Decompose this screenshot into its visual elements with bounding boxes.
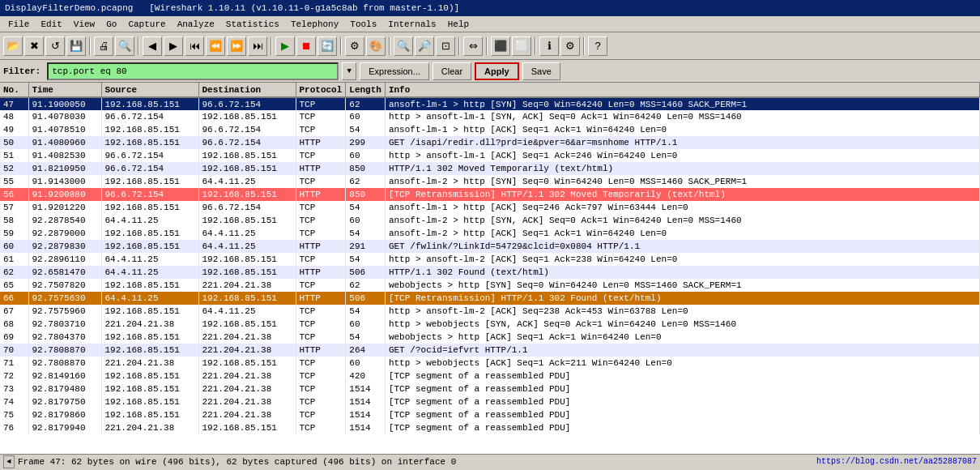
packet-no: 50	[0, 136, 28, 149]
toolbar-open-btn[interactable]: 📂	[3, 36, 23, 56]
table-row[interactable]: 6192.289611064.4.11.25192.168.85.151TCP5…	[0, 253, 980, 266]
packet-no: 73	[0, 382, 28, 395]
status-link[interactable]: https://blog.csdn.net/aa252887087	[816, 457, 977, 466]
toolbar-find-btn[interactable]: 🔍	[115, 36, 134, 56]
packet-len: 850	[346, 162, 386, 175]
title-text: DisplayFilterDemo.pcapng [Wireshark 1.10…	[5, 3, 459, 13]
packet-proto: TCP	[296, 395, 346, 408]
toolbar-save-btn[interactable]: 💾	[66, 36, 86, 56]
packet-info: [TCP Retransmission] HTTP/1.1 302 Moved …	[385, 188, 979, 201]
table-row[interactable]: 6692.757563064.4.11.25192.168.85.151HTTP…	[0, 292, 980, 305]
clear-button[interactable]: Clear	[432, 62, 471, 80]
packet-len: 299	[346, 136, 386, 149]
toolbar-zoom-in-btn[interactable]: 🔍	[394, 36, 413, 56]
menu-go[interactable]: Go	[101, 19, 121, 30]
packet-info: [TCP segment of a reassembled PDU]	[385, 370, 979, 382]
table-row[interactable]: 6592.7507820192.168.85.151221.204.21.38T…	[0, 279, 980, 292]
toolbar-help2-btn[interactable]: ?	[588, 36, 607, 56]
packet-src: 64.4.11.25	[101, 292, 198, 305]
toolbar-colorize-btn[interactable]: 🎨	[366, 36, 386, 56]
expression-button[interactable]: Expression...	[360, 62, 429, 80]
toolbar-reload-btn[interactable]: ↺	[45, 36, 65, 56]
table-row[interactable]: 4791.1900050192.168.85.15196.6.72.154TCP…	[0, 97, 980, 110]
packet-no: 68	[0, 318, 28, 331]
packet-info: HTTP/1.1 302 Moved Temporarily (text/htm…	[385, 162, 979, 175]
toolbar-close-btn[interactable]: ✖	[24, 36, 44, 56]
packet-time: 92.7808870	[28, 357, 101, 370]
toolbar-back-btn[interactable]: ◀	[143, 36, 162, 56]
toolbar-prev-btn[interactable]: ⏪	[206, 36, 225, 56]
toolbar-fwd-btn[interactable]: ▶	[164, 36, 183, 56]
packet-info: webobjects > http [ACK] Seq=1 Ack=1 Win=…	[385, 331, 979, 344]
table-row[interactable]: 6092.2879830192.168.85.15164.4.11.25HTTP…	[0, 240, 980, 253]
save-button[interactable]: Save	[522, 62, 560, 80]
toolbar-sep3	[271, 37, 272, 55]
menu-statistics[interactable]: Statistics	[221, 19, 284, 30]
table-row[interactable]: 7492.8179750192.168.85.151221.204.21.38T…	[0, 395, 980, 408]
table-row[interactable]: 5591.9143000192.168.85.15164.4.11.25TCP6…	[0, 175, 980, 188]
packet-len: 1514	[346, 395, 386, 408]
table-row[interactable]: 6792.7575960192.168.85.15164.4.11.25TCP5…	[0, 305, 980, 318]
toolbar-zoom-normal-btn[interactable]: ⊡	[436, 36, 455, 56]
packet-dst: 221.204.21.38	[198, 331, 296, 344]
toolbar-zoom-out-btn[interactable]: 🔎	[415, 36, 434, 56]
menu-analyze[interactable]: Analyze	[173, 19, 219, 30]
toolbar-filter-btn[interactable]: ⚙	[345, 36, 364, 56]
menu-tools[interactable]: Tools	[345, 19, 381, 30]
table-row[interactable]: 5892.287854064.4.11.25192.168.85.151TCP6…	[0, 214, 980, 227]
packet-time: 92.7808870	[28, 344, 101, 357]
toolbar-next-btn[interactable]: ⏩	[227, 36, 246, 56]
packet-len: 264	[346, 344, 386, 357]
table-row[interactable]: 4891.407803096.6.72.154192.168.85.151TCP…	[0, 110, 980, 123]
table-row[interactable]: 4991.4078510192.168.85.15196.6.72.154TCP…	[0, 123, 980, 136]
col-header-destination: Destination	[198, 83, 296, 97]
toolbar-last-btn[interactable]: ⏭	[248, 36, 267, 56]
toolbar-print-btn[interactable]: 🖨	[94, 36, 113, 56]
toolbar-first-btn[interactable]: ⏮	[185, 36, 204, 56]
menu-internals[interactable]: Internals	[383, 19, 441, 30]
table-row[interactable]: 5191.408253096.6.72.154192.168.85.151TCP…	[0, 149, 980, 162]
toolbar-capture-start-btn[interactable]: ▶	[275, 36, 295, 56]
toolbar-no-color-btn[interactable]: ⬜	[512, 36, 531, 56]
table-row[interactable]: 6292.658147064.4.11.25192.168.85.151HTTP…	[0, 266, 980, 279]
packet-time: 92.2879000	[28, 227, 101, 240]
filter-input[interactable]	[47, 62, 339, 80]
toolbar-info-btn[interactable]: ℹ	[539, 36, 559, 56]
table-row[interactable]: 5091.4080960192.168.85.15196.6.72.154HTT…	[0, 136, 980, 149]
packet-proto: TCP	[296, 253, 346, 266]
filter-dropdown-btn[interactable]: ▼	[342, 62, 356, 80]
apply-button[interactable]: Apply	[475, 62, 519, 80]
menu-telephony[interactable]: Telephony	[286, 19, 343, 30]
packet-no: 70	[0, 344, 28, 357]
menu-view[interactable]: View	[69, 19, 100, 30]
toolbar-resize-cols-btn[interactable]: ⇔	[463, 36, 483, 56]
scroll-indicator[interactable]: ◄	[3, 455, 15, 468]
table-row[interactable]: 5791.9201220192.168.85.15196.6.72.154TCP…	[0, 201, 980, 214]
menu-capture[interactable]: Capture	[123, 19, 170, 30]
table-row[interactable]: 5291.821095096.6.72.154192.168.85.151HTT…	[0, 162, 980, 175]
table-row[interactable]: 7392.8179480192.168.85.151221.204.21.38T…	[0, 382, 980, 395]
toolbar-capture-stop-btn[interactable]: ⏹	[296, 36, 316, 56]
toolbar-prefs-btn[interactable]: ⚙	[560, 36, 580, 56]
packet-info: webobjects > http [SYN] Seq=0 Win=64240 …	[385, 279, 979, 292]
menu-file[interactable]: File	[3, 19, 34, 30]
table-row[interactable]: 5992.2879000192.168.85.15164.4.11.25TCP5…	[0, 227, 980, 240]
table-row[interactable]: 7592.8179860192.168.85.151221.204.21.38T…	[0, 408, 980, 421]
packet-time: 92.7575630	[28, 292, 101, 305]
packet-time: 91.9201220	[28, 201, 101, 214]
table-row[interactable]: 7092.7808870192.168.85.151221.204.21.38H…	[0, 344, 980, 357]
packet-dst: 192.168.85.151	[198, 188, 296, 201]
packet-src: 96.6.72.154	[101, 149, 198, 162]
table-row[interactable]: 6892.7803710221.204.21.38192.168.85.151T…	[0, 318, 980, 331]
packet-src: 192.168.85.151	[101, 279, 198, 292]
table-row[interactable]: 7192.7808870221.204.21.38192.168.85.151T…	[0, 357, 980, 370]
table-row[interactable]: 5691.920088096.6.72.154192.168.85.151HTT…	[0, 188, 980, 201]
table-row[interactable]: 7692.8179940221.204.21.38192.168.85.151T…	[0, 421, 980, 434]
table-row[interactable]: 6992.7804370192.168.85.151221.204.21.38T…	[0, 331, 980, 344]
menu-help[interactable]: Help	[443, 19, 474, 30]
toolbar-capture-restart-btn[interactable]: 🔄	[317, 36, 337, 56]
toolbar-colorize2-btn[interactable]: ⬛	[491, 36, 510, 56]
packet-len: 506	[346, 266, 386, 279]
table-row[interactable]: 7292.8149160192.168.85.151221.204.21.38T…	[0, 370, 980, 382]
menu-edit[interactable]: Edit	[36, 19, 66, 30]
